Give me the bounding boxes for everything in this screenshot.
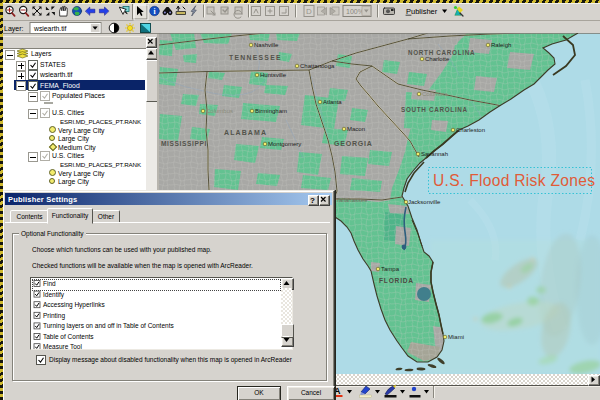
svg-text:Charleston: Charleston [456,127,485,133]
svg-text:D: D [306,7,312,16]
svg-text:TENNESSEE: TENNESSEE [229,54,282,61]
svg-text:Layer:: Layer: [4,25,24,33]
svg-text:wsiearth.tif: wsiearth.tif [33,25,67,32]
svg-text:Savannah: Savannah [421,151,448,157]
svg-text:Columbia: Columbia [422,91,448,97]
svg-text:Montgomery: Montgomery [268,141,301,147]
svg-text:Macon: Macon [347,126,365,132]
svg-text:U.S. Flood Risk Zones: U.S. Flood Risk Zones [433,172,595,189]
svg-text:NORTH CAROLINA: NORTH CAROLINA [408,49,475,56]
svg-text:Raleigh: Raleigh [491,42,511,48]
svg-text:Atlanta: Atlanta [323,99,342,105]
svg-text:100%: 100% [346,8,364,15]
svg-text:FLORIDA: FLORIDA [379,277,414,284]
svg-text:Chattanooga: Chattanooga [300,63,335,69]
svg-text:Huntsville: Huntsville [260,72,287,78]
svg-text:GEORGIA: GEORGIA [334,140,373,147]
svg-text:i: i [153,7,155,16]
svg-text:ALABAMA: ALABAMA [224,129,267,136]
svg-text:Miami: Miami [448,334,464,340]
svg-text:Tampa: Tampa [381,266,400,272]
svg-text:SOUTH CAROLINA: SOUTH CAROLINA [401,106,468,113]
svg-text:Birmingham: Birmingham [255,108,287,114]
svg-text:Tallahassee: Tallahassee [336,197,368,203]
svg-text:?: ? [310,195,315,204]
svg-text:Jacksonville: Jacksonville [408,199,441,205]
svg-text:Nashville: Nashville [254,42,279,48]
svg-text:MISSISSIPPI: MISSISSIPPI [161,140,207,147]
svg-text:A: A [334,386,341,396]
svg-text:Charlotte: Charlotte [425,56,450,62]
svg-text:Columbus: Columbus [206,108,233,114]
